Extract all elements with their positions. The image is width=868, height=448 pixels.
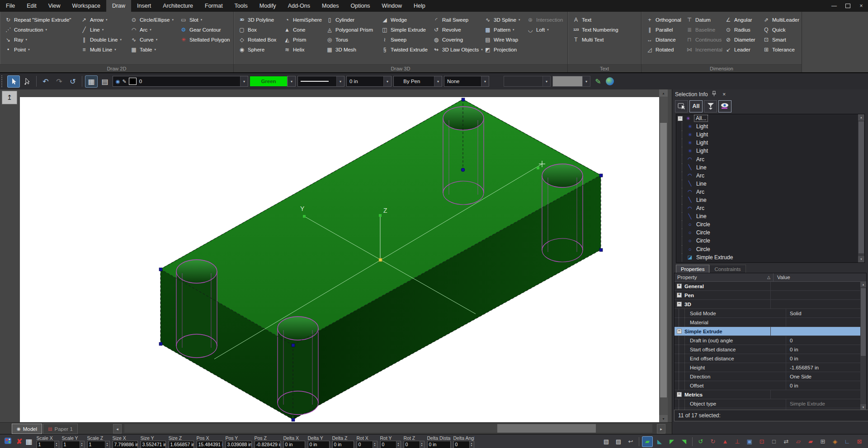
ribbon-item-point[interactable]: •Point▾ bbox=[5, 45, 80, 55]
collapse-icon[interactable]: − bbox=[678, 116, 683, 121]
ribbon-item-double-line[interactable]: ∥Double Line▾ bbox=[80, 35, 130, 45]
ribbon-item-box[interactable]: ▢Box bbox=[238, 25, 283, 35]
grid-scroll-thumb[interactable] bbox=[861, 288, 866, 356]
menu-workspace[interactable]: Workspace bbox=[66, 0, 106, 12]
ribbon-item-parallel[interactable]: ∥Parallel bbox=[646, 25, 686, 35]
ribbon-item-multileader[interactable]: ⇗MultiLeader bbox=[763, 15, 801, 25]
property-value[interactable]: 0 in bbox=[790, 347, 798, 352]
field-input-scale-y[interactable]: 1▲▼ bbox=[62, 441, 85, 448]
pen-mode-combo[interactable]: By Pen ▾ bbox=[393, 76, 442, 87]
ribbon-item-tolerance[interactable]: ⊞Tolerance bbox=[763, 45, 801, 55]
swap-diamond-icon[interactable]: ◈ bbox=[830, 437, 840, 447]
tree-item-light[interactable]: ✳Light bbox=[676, 139, 864, 147]
grid-scrollbar[interactable]: ▴ ▾ bbox=[860, 281, 866, 410]
ribbon-item-cone[interactable]: ▲Cone bbox=[283, 25, 326, 35]
ribbon-item-prism[interactable]: ◭Prism bbox=[283, 35, 326, 45]
ribbon-item-3d-law-objects[interactable]: ↬3D Law Objects▾ bbox=[433, 45, 484, 55]
property-value[interactable]: -1.656857 in bbox=[790, 365, 819, 370]
highlight-filter-icon[interactable] bbox=[704, 100, 717, 112]
property-row-offset[interactable]: Offset0 in bbox=[675, 381, 866, 390]
ribbon-item-revolve[interactable]: ↺Revolve bbox=[433, 25, 484, 35]
property-value[interactable]: 0 in bbox=[790, 383, 798, 388]
ribbon-item-3d-spline[interactable]: ∿3D Spline▾ bbox=[484, 15, 527, 25]
spin-down-icon[interactable]: ▼ bbox=[56, 445, 57, 447]
move-overlay-icon[interactable]: ▰ bbox=[806, 437, 816, 447]
line-width-dropdown-icon[interactable]: ▾ bbox=[383, 76, 391, 86]
ribbon-item-diameter[interactable]: ⊘Diameter bbox=[725, 35, 763, 45]
spin-down-icon[interactable]: ▼ bbox=[81, 445, 83, 447]
spin-down-icon[interactable]: ▼ bbox=[374, 445, 376, 447]
ribbon-item-circle-ellipse[interactable]: ⊙Circle/Ellipse▾ bbox=[130, 15, 180, 25]
tree-scroll-up-icon[interactable]: ▴ bbox=[858, 114, 864, 121]
ribbon-item-helix[interactable]: ≋Helix bbox=[283, 45, 326, 55]
outline-select-icon[interactable]: □ bbox=[769, 437, 779, 447]
ribbon-item-wedge[interactable]: ◢Wedge bbox=[381, 15, 433, 25]
field-input-size-x[interactable]: 7.799886 in bbox=[113, 441, 138, 448]
select-face-icon[interactable]: ◤ bbox=[667, 437, 677, 447]
visibility-icon[interactable] bbox=[718, 100, 731, 112]
line-width-combo[interactable]: 0 in ▾ bbox=[346, 76, 392, 87]
ribbon-item-wire-wrap[interactable]: ▤Wire Wrap bbox=[484, 35, 527, 45]
property-value[interactable]: One Side bbox=[790, 374, 811, 379]
ribbon-item-cylinder[interactable]: ▯Cylinder bbox=[326, 15, 381, 25]
ribbon-item-3d-mesh[interactable]: ▦3D Mesh bbox=[326, 45, 381, 55]
ribbon-item-rail-sweep[interactable]: ◜Rail Sweep bbox=[433, 15, 484, 25]
menu-format[interactable]: Format bbox=[199, 0, 229, 12]
ribbon-item-slot[interactable]: ▭Slot▾ bbox=[180, 15, 232, 25]
collapse-icon[interactable]: − bbox=[677, 392, 682, 397]
ribbon-item-multi-text[interactable]: TMulti Text bbox=[572, 35, 640, 45]
pin-icon[interactable] bbox=[711, 91, 718, 98]
tab-properties[interactable]: Properties bbox=[676, 265, 709, 274]
spinner-icons[interactable]: ▲▼ bbox=[373, 441, 377, 448]
field-input-rot-z[interactable]: 0▲▼ bbox=[404, 441, 425, 448]
tree-item-line[interactable]: ╲Line bbox=[676, 212, 864, 220]
tree-item-circle[interactable]: ○Circle bbox=[676, 245, 864, 253]
select-volume-icon[interactable]: ◥ bbox=[679, 437, 689, 447]
ribbon-item-radius[interactable]: ⊙Radius bbox=[725, 25, 763, 35]
swap-arrows-icon[interactable]: ⇄ bbox=[781, 437, 791, 447]
tree-item-line[interactable]: ╲Line bbox=[676, 163, 864, 172]
dash-scale-combo[interactable]: None ▾ bbox=[444, 76, 489, 87]
spinner-icons[interactable]: ▲▼ bbox=[54, 441, 59, 448]
ribbon-item-curve[interactable]: ∿Curve▾ bbox=[130, 35, 180, 45]
menu-edit[interactable]: Edit bbox=[21, 0, 42, 12]
ribbon-item-angular[interactable]: ∠Angular bbox=[725, 15, 763, 25]
ribbon-item-ray[interactable]: ↘Ray▾ bbox=[5, 35, 80, 45]
field-input-rot-x[interactable]: 0▲▼ bbox=[357, 441, 377, 448]
ribbon-item-text[interactable]: AText bbox=[572, 15, 640, 25]
menu-view[interactable]: View bbox=[42, 0, 66, 12]
minimize-icon[interactable]: — bbox=[827, 0, 841, 12]
tree-item-arc[interactable]: ◠Arc bbox=[676, 172, 864, 180]
spinner-icons[interactable]: ▲▼ bbox=[105, 441, 109, 448]
property-value[interactable]: Solid bbox=[790, 311, 802, 316]
ribbon-item-gear-contour[interactable]: ⚙Gear Contour bbox=[180, 25, 232, 35]
frame-select-icon[interactable]: ▣ bbox=[745, 437, 755, 447]
ribbon-item-line[interactable]: ╱Line▾ bbox=[80, 25, 130, 35]
vertical-scroll-thumb[interactable] bbox=[660, 123, 667, 397]
tab-constraints[interactable]: Constraints bbox=[709, 265, 745, 274]
delete-icon[interactable]: ✘ bbox=[16, 438, 22, 445]
menu-modify[interactable]: Modify bbox=[254, 0, 282, 12]
menu-file[interactable]: File bbox=[0, 0, 21, 12]
menu-help[interactable]: Help bbox=[408, 0, 431, 12]
ribbon-item-distance[interactable]: ↔Distance bbox=[646, 35, 686, 45]
menu-modes[interactable]: Modes bbox=[316, 0, 345, 12]
tab-scroll-left-icon[interactable]: ◂ bbox=[113, 424, 122, 434]
ribbon-item-covering[interactable]: ◍Covering bbox=[433, 35, 484, 45]
spin-down-icon[interactable]: ▼ bbox=[471, 445, 472, 447]
ribbon-item-repeat-simple-extrude[interactable]: ↻Repeat "Simple Extrude" bbox=[5, 15, 80, 25]
ribbon-item-rotated[interactable]: ◿Rotated bbox=[646, 45, 686, 55]
select-2d-icon[interactable]: ▰ bbox=[642, 437, 652, 447]
model-3d-object[interactable]: Y Z bbox=[20, 97, 659, 422]
spinner-icons[interactable]: ▲▼ bbox=[469, 441, 474, 448]
hook-icon[interactable]: ↩ bbox=[626, 437, 636, 447]
scroll-up-icon[interactable]: ▴ bbox=[659, 89, 668, 97]
ribbon-item-multi-line[interactable]: ≡Multi Line▾ bbox=[80, 45, 130, 55]
field-input-scale-x[interactable]: 1▲▼ bbox=[37, 441, 59, 448]
property-row-metrics[interactable]: −Metrics bbox=[675, 390, 866, 399]
tree-item-circle[interactable]: ○Circle bbox=[676, 237, 864, 245]
ribbon-item-polygonal-prism[interactable]: ◬Polygonal Prism bbox=[326, 25, 381, 35]
menu-options[interactable]: Options bbox=[345, 0, 376, 12]
ribbon-item-twisted-extrude[interactable]: §Twisted Extrude bbox=[381, 45, 433, 55]
menu-tools[interactable]: Tools bbox=[229, 0, 254, 12]
